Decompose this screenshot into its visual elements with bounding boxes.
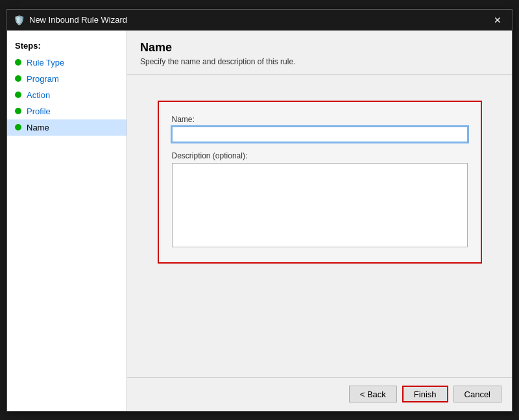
name-input[interactable]: [172, 127, 468, 142]
sidebar-item-profile[interactable]: Profile: [7, 103, 127, 119]
sidebar-item-name[interactable]: Name: [7, 119, 127, 136]
form-box: Name: Description (optional):: [158, 101, 482, 264]
sidebar-item-action[interactable]: Action: [7, 87, 127, 103]
step-dot-profile: [15, 108, 21, 114]
wizard-window: 🛡️ New Inbound Rule Wizard ✕ Steps: Rule…: [6, 9, 513, 412]
content-area: Steps: Rule Type Program Action Profile …: [7, 31, 512, 411]
sidebar-item-label-action: Action: [27, 90, 50, 100]
header-section: Name Specify the name and description of…: [127, 31, 512, 75]
step-dot-name: [15, 124, 21, 130]
form-area: Name: Description (optional):: [127, 75, 512, 377]
back-button[interactable]: < Back: [349, 386, 397, 402]
sidebar-item-label-name: Name: [27, 123, 49, 132]
finish-button[interactable]: Finish: [402, 386, 448, 402]
steps-header: Steps:: [7, 37, 127, 55]
page-title: Name: [140, 41, 499, 55]
app-icon: 🛡️: [14, 15, 24, 25]
page-subtitle: Specify the name and description of this…: [140, 57, 499, 66]
close-button[interactable]: ✕: [490, 12, 505, 28]
sidebar-item-label-program: Program: [27, 74, 59, 84]
window-title: New Inbound Rule Wizard: [29, 15, 490, 25]
footer: < Back Finish Cancel: [127, 377, 512, 411]
sidebar-item-program[interactable]: Program: [7, 71, 127, 87]
step-dot-program: [15, 75, 21, 82]
cancel-button[interactable]: Cancel: [453, 386, 501, 402]
sidebar-item-label-ruletype: Rule Type: [27, 58, 64, 68]
sidebar-item-label-profile: Profile: [27, 106, 51, 116]
name-label: Name:: [172, 115, 468, 124]
description-textarea[interactable]: [172, 163, 468, 247]
sidebar-item-ruletype[interactable]: Rule Type: [7, 55, 127, 71]
sidebar: Steps: Rule Type Program Action Profile …: [7, 31, 127, 411]
titlebar: 🛡️ New Inbound Rule Wizard ✕: [7, 10, 512, 31]
description-label: Description (optional):: [172, 151, 468, 160]
step-dot-action: [15, 92, 21, 98]
main-content: Name Specify the name and description of…: [127, 31, 512, 411]
step-dot-ruletype: [15, 59, 21, 66]
